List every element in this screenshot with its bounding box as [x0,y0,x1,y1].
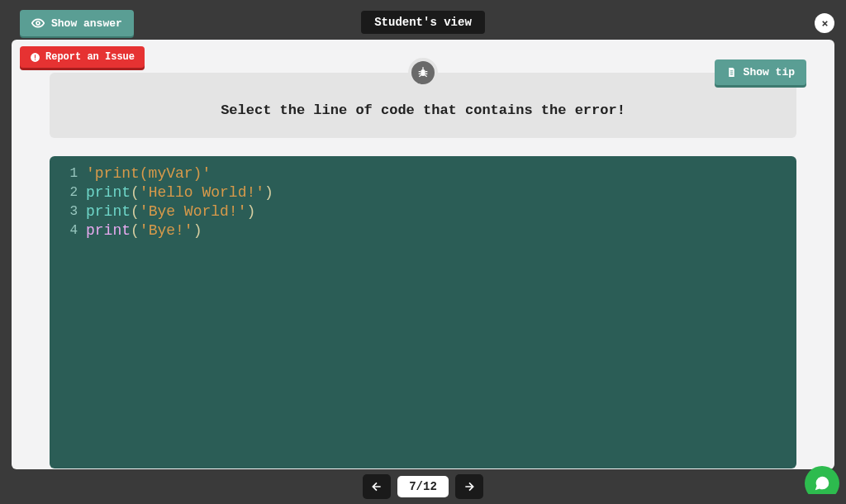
footer-nav: 7/12 [0,469,846,504]
page-label: 7/12 [409,480,437,493]
svg-line-13 [419,75,421,77]
close-icon [820,19,829,28]
view-badge: Student's view [361,11,485,34]
bug-icon [416,66,430,79]
code-content: print('Hello World!') [86,183,273,202]
show-tip-label: Show tip [744,66,795,78]
svg-rect-7 [421,69,425,76]
content-area: Report an Issue Show tip [12,40,834,469]
svg-rect-5 [730,73,732,74]
line-number: 1 [61,164,78,183]
report-issue-label: Report an Issue [45,51,135,63]
code-editor[interactable]: 1'print(myVar)'2print('Hello World!')3pr… [50,156,796,468]
svg-rect-3 [35,59,36,59]
bug-badge [408,58,438,88]
page-indicator: 7/12 [397,476,449,497]
code-line[interactable]: 1'print(myVar)' [61,164,785,183]
code-line[interactable]: 3print('Bye World!') [61,202,785,221]
svg-point-0 [36,21,40,25]
next-button[interactable] [455,474,483,499]
view-badge-label: Student's view [374,16,472,29]
svg-rect-6 [730,74,732,75]
arrow-right-icon [463,480,476,493]
line-number: 3 [61,202,78,221]
modal-header: Show answer Student's view [0,0,846,45]
show-answer-button[interactable]: Show answer [20,10,134,36]
svg-rect-4 [730,70,732,71]
svg-line-14 [425,75,427,77]
code-line[interactable]: 2print('Hello World!') [61,183,785,202]
code-content: print('Bye!') [86,221,202,240]
show-tip-button[interactable]: Show tip [715,59,806,85]
prompt-text: Select the line of code that contains th… [66,102,780,118]
line-number: 2 [61,183,78,202]
code-content: print('Bye World!') [86,202,255,221]
svg-rect-2 [35,55,36,58]
report-issue-button[interactable]: Report an Issue [20,46,145,68]
modal: Show answer Student's view Report an Iss… [0,0,846,504]
close-button[interactable] [815,13,834,33]
alert-icon [30,52,40,63]
eye-icon [31,17,45,30]
show-answer-label: Show answer [51,17,122,30]
line-number: 4 [61,221,78,240]
arrow-left-icon [370,480,383,493]
prompt-box: Select the line of code that contains th… [50,73,796,138]
prev-button[interactable] [363,474,391,499]
note-icon [726,67,737,78]
chat-icon [813,474,831,492]
code-content: 'print(myVar)' [86,164,211,183]
code-line[interactable]: 4print('Bye!') [61,221,785,240]
